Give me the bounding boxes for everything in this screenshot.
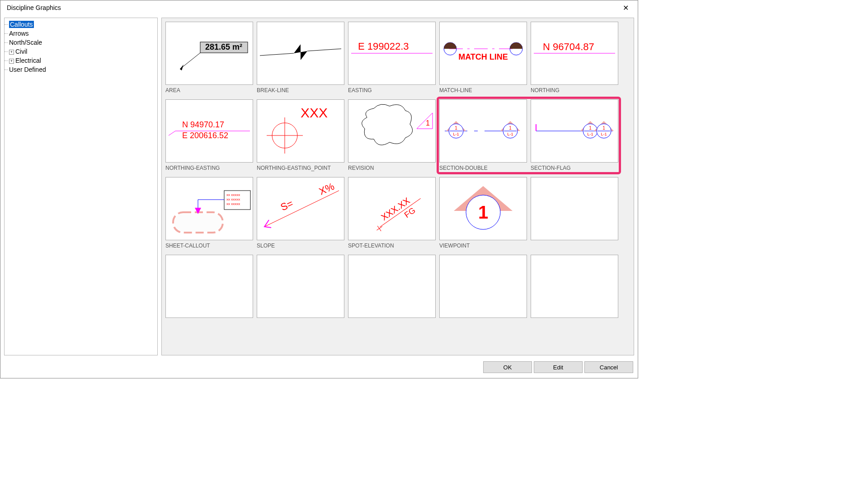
gallery-thumb: N 94970.17 E 200616.52: [165, 99, 253, 163]
gallery-card[interactable]: MATCH LINEMATCH-LINE: [439, 22, 527, 96]
gallery-card[interactable]: 1 L-1 1 L-1 SECTION-DOUBLE: [439, 99, 527, 173]
gallery-card[interactable]: E 199022.3EASTING: [348, 22, 436, 96]
gallery-card[interactable]: XXXNORTHING-EASTING_POINT: [257, 99, 344, 173]
tree-item[interactable]: North/Scale: [9, 38, 155, 47]
svg-text:MATCH LINE: MATCH LINE: [458, 52, 508, 61]
svg-text:xx xxxxx: xx xxxxx: [226, 193, 240, 197]
gallery-caption: BREAK-LINE: [257, 85, 344, 96]
gallery-card[interactable]: [257, 255, 344, 329]
gallery-card[interactable]: S= X%SLOPE: [257, 177, 344, 251]
svg-text:L-1: L-1: [453, 132, 459, 136]
gallery-thumb: 1 L-1 1 L-1: [531, 99, 618, 163]
expand-icon[interactable]: +: [9, 59, 14, 64]
gallery-caption: AREA: [165, 85, 253, 96]
svg-rect-47: [174, 214, 221, 231]
gallery-thumb: [348, 255, 436, 318]
gallery-thumb: XXX: [257, 99, 344, 163]
gallery-thumb: [257, 255, 344, 318]
svg-text:1: 1: [426, 119, 430, 127]
svg-text:xx xxxxx: xx xxxxx: [226, 202, 240, 206]
edit-button[interactable]: Edit: [534, 361, 583, 373]
gallery-card[interactable]: [439, 255, 527, 329]
window-title: Discipline Graphics: [7, 4, 61, 11]
gallery-card[interactable]: 1REVISION: [348, 99, 436, 173]
tree-item-label: Civil: [15, 48, 27, 55]
svg-text:S=: S=: [279, 198, 295, 213]
gallery-thumb: N 96704.87: [531, 22, 618, 85]
gallery-card[interactable]: [531, 255, 618, 329]
gallery-thumb: [531, 177, 618, 240]
svg-text:1: 1: [509, 126, 512, 131]
ok-button[interactable]: OK: [483, 361, 532, 373]
gallery-card[interactable]: 1VIEWPOINT: [439, 177, 527, 251]
gallery-caption: [165, 318, 253, 329]
gallery-caption: SPOT-ELEVATION: [348, 240, 436, 251]
close-icon[interactable]: ✕: [618, 2, 633, 14]
svg-text:L-1: L-1: [587, 132, 593, 136]
gallery-caption: VIEWPOINT: [439, 240, 527, 251]
gallery-card[interactable]: xx xxxxx xx xxxxx xx xxxxx SHEET-CALLOUT: [165, 177, 253, 251]
svg-text:N  94970.17: N 94970.17: [182, 120, 224, 129]
gallery-panel[interactable]: 281.65 m² AREA BREAK-LINE E 199022.3EAST…: [161, 18, 634, 355]
dialog-body: CalloutsArrowsNorth/Scale+Civil+Electric…: [0, 15, 638, 359]
tree-item[interactable]: User Defined: [9, 65, 155, 74]
svg-marker-3: [180, 65, 184, 70]
gallery-card[interactable]: N 94970.17 E 200616.52NORTHING-EASTING: [165, 99, 253, 173]
gallery-thumb: 1: [348, 99, 436, 163]
tree-item-label: North/Scale: [9, 39, 42, 46]
svg-text:XXX: XXX: [301, 105, 328, 120]
svg-text:1: 1: [455, 126, 457, 131]
svg-marker-5: [294, 44, 307, 60]
gallery-card[interactable]: XXX.XX FG SPOT-ELEVATION: [348, 177, 436, 251]
svg-text:L-1: L-1: [507, 132, 513, 136]
gallery-thumb: E 199022.3: [348, 22, 436, 85]
gallery-card[interactable]: N 96704.87NORTHING: [531, 22, 618, 96]
gallery-caption: SECTION-DOUBLE: [439, 163, 527, 173]
gallery-thumb: 1: [439, 177, 527, 240]
gallery-thumb: XXX.XX FG: [348, 177, 436, 240]
tree-item[interactable]: +Civil: [9, 47, 155, 56]
gallery-thumb: S= X%: [257, 177, 344, 240]
gallery-caption: EASTING: [348, 85, 436, 96]
gallery-caption: SECTION-FLAG: [531, 163, 618, 173]
gallery-thumb: [165, 255, 253, 318]
gallery-caption: [531, 240, 618, 251]
svg-text:281.65 m²: 281.65 m²: [205, 42, 242, 51]
svg-text:1: 1: [589, 126, 592, 131]
tree-item[interactable]: Callouts: [9, 20, 155, 29]
svg-text:E  200616.52: E 200616.52: [182, 131, 228, 140]
discipline-graphics-dialog: Discipline Graphics ✕ CalloutsArrowsNort…: [0, 0, 638, 378]
gallery-card[interactable]: 281.65 m² AREA: [165, 22, 253, 96]
svg-text:1: 1: [478, 202, 488, 222]
gallery-card[interactable]: [531, 177, 618, 251]
expand-icon[interactable]: +: [9, 50, 14, 55]
gallery-caption: NORTHING-EASTING: [165, 163, 253, 173]
gallery-caption: [348, 318, 436, 329]
gallery-caption: SHEET-CALLOUT: [165, 240, 253, 251]
dialog-footer: OK Edit Cancel: [0, 359, 638, 378]
gallery-thumb: 281.65 m²: [165, 22, 253, 85]
svg-line-6: [307, 49, 341, 51]
svg-text:E  199022.3: E 199022.3: [358, 41, 409, 52]
tree-item-label: User Defined: [9, 66, 46, 73]
tree-item[interactable]: Arrows: [9, 29, 155, 38]
cancel-button[interactable]: Cancel: [584, 361, 633, 373]
gallery-caption: [257, 318, 344, 329]
category-tree[interactable]: CalloutsArrowsNorth/Scale+Civil+Electric…: [4, 18, 158, 355]
tree-item[interactable]: +Electrical: [9, 56, 155, 65]
svg-text:1: 1: [602, 126, 605, 131]
gallery-caption: SLOPE: [257, 240, 344, 251]
gallery-thumb: [257, 22, 344, 85]
gallery-caption: [531, 318, 618, 329]
gallery-thumb: [531, 255, 618, 318]
gallery-caption: NORTHING-EASTING_POINT: [257, 163, 344, 173]
gallery-thumb: [439, 255, 527, 318]
gallery-card[interactable]: [165, 255, 253, 329]
svg-line-53: [264, 191, 339, 227]
svg-text:xx xxxxx: xx xxxxx: [226, 197, 240, 201]
gallery-card[interactable]: BREAK-LINE: [257, 22, 344, 96]
gallery-caption: MATCH-LINE: [439, 85, 527, 96]
gallery-card[interactable]: [348, 255, 436, 329]
gallery-card[interactable]: 1 L-1 1 L-1 SECTION-FLAG: [531, 99, 618, 173]
svg-text:L-1: L-1: [601, 132, 607, 136]
